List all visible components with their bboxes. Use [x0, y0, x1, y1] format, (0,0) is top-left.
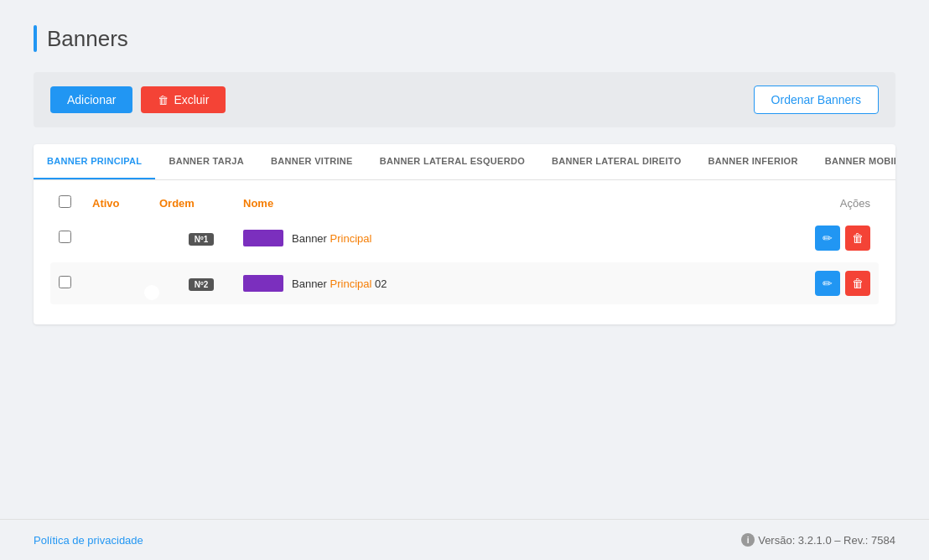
col-acoes-header: Ações: [770, 197, 870, 210]
row2-name-cell: Banner Principal 02: [243, 275, 770, 292]
delete-button[interactable]: 🗑 Excluir: [141, 86, 226, 113]
page-title-wrapper: Banners: [34, 25, 895, 52]
row1-checkbox[interactable]: [59, 231, 71, 243]
row1-banner-name: Banner Principal: [292, 232, 371, 245]
col-ordem-header: Ordem: [159, 197, 243, 210]
page-wrapper: Banners Adicionar 🗑 Excluir Ordenar Bann…: [0, 0, 929, 560]
privacy-link[interactable]: Política de privacidade: [34, 534, 143, 547]
tab-banner-principal[interactable]: BANNER PRINCIPAL: [34, 144, 155, 179]
pencil-icon: ✏: [823, 277, 833, 290]
tab-banner-tarja[interactable]: BANNER TARJA: [155, 144, 257, 179]
tabs-body: Ativo Ordem Nome Ações: [34, 180, 895, 324]
row1-actions-cell: ✏ 🗑: [770, 226, 870, 251]
order-button-label: Ordenar Banners: [771, 93, 861, 106]
trash-icon: 🗑: [158, 94, 169, 106]
main-content: Banners Adicionar 🗑 Excluir Ordenar Bann…: [0, 0, 929, 519]
row1-checkbox-cell: [59, 231, 92, 246]
tab-banner-inferior[interactable]: BANNER INFERIOR: [695, 144, 812, 179]
row2-delete-button[interactable]: 🗑: [845, 271, 870, 296]
footer-version: i Versão: 3.2.1.0 – Rev.: 7584: [741, 533, 895, 547]
page-title: Banners: [47, 26, 128, 52]
footer: Política de privacidade i Versão: 3.2.1.…: [0, 519, 929, 560]
row2-banner-name: Banner Principal 02: [292, 277, 387, 290]
row1-edit-button[interactable]: ✏: [815, 226, 840, 251]
row2-badge: Nº2: [189, 278, 214, 291]
row1-name-cell: Banner Principal: [243, 230, 770, 246]
version-text: Versão: 3.2.1.0 – Rev.: 7584: [758, 534, 895, 547]
row2-badge-cell: Nº2: [159, 277, 243, 291]
order-button[interactable]: Ordenar Banners: [754, 86, 879, 114]
col-checkbox-header: [59, 195, 92, 210]
row1-badge-cell: Nº1: [159, 231, 243, 246]
trash-icon: 🗑: [852, 277, 864, 290]
tab-banner-vitrine[interactable]: BANNER VITRINE: [257, 144, 366, 179]
col-nome-header: Nome: [243, 197, 770, 210]
row1-banner-preview: [243, 230, 283, 246]
add-button-label: Adicionar: [67, 93, 116, 106]
delete-button-label: Excluir: [174, 93, 209, 106]
row2-checkbox-cell: [59, 276, 92, 291]
tabs-container: BANNER PRINCIPAL BANNER TARJA BANNER VIT…: [34, 144, 895, 324]
trash-icon: 🗑: [852, 231, 864, 245]
row2-checkbox[interactable]: [59, 276, 71, 288]
row2-banner-preview: [243, 275, 283, 292]
col-ativo-header: Ativo: [92, 197, 159, 210]
row1-delete-button[interactable]: 🗑: [845, 226, 870, 251]
select-all-checkbox[interactable]: [59, 195, 71, 208]
toolbar-left: Adicionar 🗑 Excluir: [50, 86, 226, 113]
tabs-header: BANNER PRINCIPAL BANNER TARJA BANNER VIT…: [34, 144, 895, 180]
toolbar: Adicionar 🗑 Excluir Ordenar Banners: [34, 72, 895, 127]
info-icon: i: [741, 533, 755, 547]
table-header: Ativo Ordem Nome Ações: [50, 189, 879, 217]
row2-edit-button[interactable]: ✏: [815, 271, 840, 296]
tab-banner-lateral-esquerdo[interactable]: BANNER LATERAL ESQUERDO: [366, 144, 538, 179]
table-row: Nº1 Banner Principal ✏ 🗑: [50, 217, 879, 259]
tab-banner-lateral-direito[interactable]: BANNER LATERAL DIREITO: [538, 144, 695, 179]
add-button[interactable]: Adicionar: [50, 86, 132, 113]
row1-badge: Nº1: [189, 233, 214, 246]
row2-actions-cell: ✏ 🗑: [770, 271, 870, 296]
tab-banner-mobile[interactable]: BANNER MOBILE: [812, 144, 895, 179]
pencil-icon: ✏: [823, 231, 833, 245]
table-row: Nº2 Banner Principal 02 ✏ 🗑: [50, 262, 879, 304]
title-bar-accent: [34, 25, 37, 52]
